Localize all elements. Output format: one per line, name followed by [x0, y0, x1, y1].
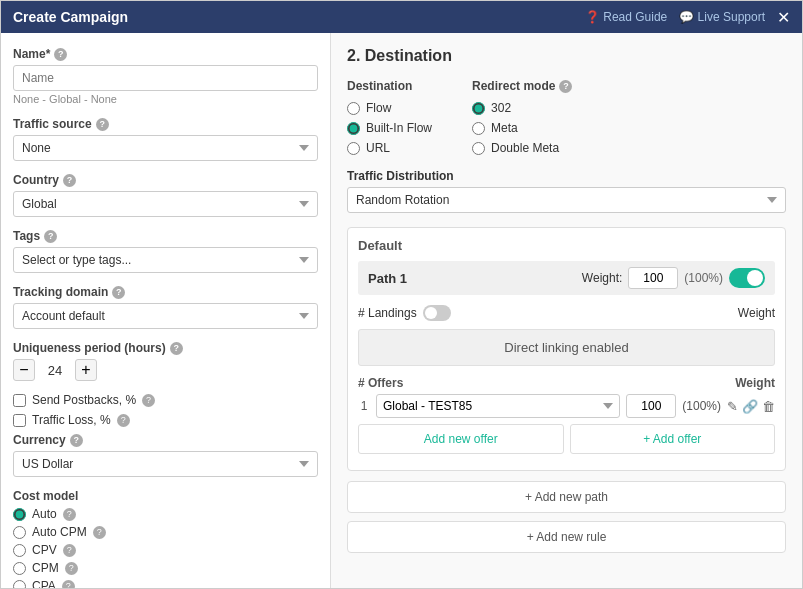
cost-model-cpv-radio[interactable] — [13, 544, 26, 557]
send-postbacks-label: Send Postbacks, % — [32, 393, 136, 407]
path-weight-input[interactable] — [628, 267, 678, 289]
close-button[interactable]: ✕ — [777, 8, 790, 27]
cost-model-cpm[interactable]: CPM ? — [13, 561, 318, 575]
cost-model-group: Cost model Auto ? Auto CPM ? CPV — [13, 489, 318, 588]
redirect-help-icon[interactable]: ? — [559, 80, 572, 93]
traffic-loss-row: Traffic Loss, % ? — [13, 413, 318, 427]
titlebar-actions: ❓ Read Guide 💬 Live Support ✕ — [585, 8, 790, 27]
traffic-loss-label: Traffic Loss, % — [32, 413, 111, 427]
tracking-domain-help-icon[interactable]: ? — [112, 286, 125, 299]
landings-label: # Landings — [358, 306, 417, 320]
landings-weight-label: Weight — [738, 306, 775, 320]
cost-model-cpm-radio[interactable] — [13, 562, 26, 575]
read-guide-link[interactable]: ❓ Read Guide — [585, 10, 667, 24]
titlebar: Create Campaign ❓ Read Guide 💬 Live Supp… — [1, 1, 802, 33]
redirect-meta-option[interactable]: Meta — [472, 121, 572, 135]
tracking-domain-select[interactable]: Account default — [13, 303, 318, 329]
traffic-loss-checkbox[interactable] — [13, 414, 26, 427]
offer-link-icon[interactable]: 🔗 — [742, 399, 758, 414]
offer-row: 1 Global - TEST85 (100%) ✎ 🔗 🗑 — [358, 394, 775, 418]
dest-flow-radio[interactable] — [347, 102, 360, 115]
destination-label: Destination — [347, 79, 432, 93]
traffic-distribution-group: Traffic Distribution Random Rotation — [347, 169, 786, 213]
offer-delete-icon[interactable]: 🗑 — [762, 399, 775, 414]
currency-label: Currency ? — [13, 433, 318, 447]
name-help-icon[interactable]: ? — [54, 48, 67, 61]
name-input[interactable] — [13, 65, 318, 91]
dest-builtin-radio[interactable] — [347, 122, 360, 135]
add-new-path-button[interactable]: + Add new path — [347, 481, 786, 513]
uniqueness-value: 24 — [43, 363, 67, 378]
send-postbacks-row: Send Postbacks, % ? — [13, 393, 318, 407]
currency-help-icon[interactable]: ? — [70, 434, 83, 447]
offers-header: # Offers Weight — [358, 374, 775, 394]
dest-builtin-option[interactable]: Built-In Flow — [347, 121, 432, 135]
redirect-col: Redirect mode ? 302 Meta Double Meta — [472, 79, 572, 155]
uniqueness-stepper: − 24 + — [13, 359, 318, 381]
traffic-source-select[interactable]: None — [13, 135, 318, 161]
traffic-loss-help-icon[interactable]: ? — [117, 414, 130, 427]
add-offer-button[interactable]: + Add offer — [570, 424, 776, 454]
cost-model-cpa[interactable]: CPA ? — [13, 579, 318, 588]
redirect-302-option[interactable]: 302 — [472, 101, 572, 115]
redirect-302-radio[interactable] — [472, 102, 485, 115]
tracking-domain-label: Tracking domain ? — [13, 285, 318, 299]
cost-model-auto-radio[interactable] — [13, 508, 26, 521]
send-postbacks-checkbox[interactable] — [13, 394, 26, 407]
main-content: Name* ? None - Global - None Traffic sou… — [1, 33, 802, 588]
send-postbacks-help-icon[interactable]: ? — [142, 394, 155, 407]
traffic-dist-select[interactable]: Random Rotation — [347, 187, 786, 213]
auto-help-icon[interactable]: ? — [63, 508, 76, 521]
name-label: Name* ? — [13, 47, 318, 61]
cost-model-cpv[interactable]: CPV ? — [13, 543, 318, 557]
tracking-domain-group: Tracking domain ? Account default — [13, 285, 318, 329]
landings-row: # Landings Weight — [358, 301, 775, 325]
path-toggle[interactable] — [729, 268, 765, 288]
offer-edit-icon[interactable]: ✎ — [727, 399, 738, 414]
add-new-offer-button[interactable]: Add new offer — [358, 424, 564, 454]
redirect-double-meta-option[interactable]: Double Meta — [472, 141, 572, 155]
redirect-meta-radio[interactable] — [472, 122, 485, 135]
tags-select[interactable]: Select or type tags... — [13, 247, 318, 273]
dest-flow-option[interactable]: Flow — [347, 101, 432, 115]
offer-weight-input[interactable] — [626, 394, 676, 418]
country-select[interactable]: Global — [13, 191, 318, 217]
path-weight-area: Weight: (100%) — [582, 267, 765, 289]
cost-model-options: Auto ? Auto CPM ? CPV ? — [13, 507, 318, 588]
uniqueness-label: Uniqueness period (hours) ? — [13, 341, 318, 355]
cpm-help-icon[interactable]: ? — [65, 562, 78, 575]
auto-cpm-help-icon[interactable]: ? — [93, 526, 106, 539]
currency-select[interactable]: US Dollar — [13, 451, 318, 477]
uniqueness-help-icon[interactable]: ? — [170, 342, 183, 355]
cost-model-auto[interactable]: Auto ? — [13, 507, 318, 521]
uniqueness-decrement-button[interactable]: − — [13, 359, 35, 381]
cpv-help-icon[interactable]: ? — [63, 544, 76, 557]
dest-url-option[interactable]: URL — [347, 141, 432, 155]
uniqueness-increment-button[interactable]: + — [75, 359, 97, 381]
direct-linking-box: Direct linking enabled — [358, 329, 775, 366]
country-help-icon[interactable]: ? — [63, 174, 76, 187]
redirect-double-meta-radio[interactable] — [472, 142, 485, 155]
cost-model-auto-cpm[interactable]: Auto CPM ? — [13, 525, 318, 539]
offer-select[interactable]: Global - TEST85 — [376, 394, 620, 418]
live-support-link[interactable]: 💬 Live Support — [679, 10, 765, 24]
country-group: Country ? Global — [13, 173, 318, 217]
cost-model-auto-cpm-radio[interactable] — [13, 526, 26, 539]
traffic-source-label: Traffic source ? — [13, 117, 318, 131]
dest-redirect-row: Destination Flow Built-In Flow URL — [347, 79, 786, 155]
path-row: Path 1 Weight: (100%) — [358, 261, 775, 295]
traffic-source-help-icon[interactable]: ? — [96, 118, 109, 131]
offers-num-label: # Offers — [358, 376, 403, 390]
cpa-help-icon[interactable]: ? — [62, 580, 75, 589]
cost-model-cpa-radio[interactable] — [13, 580, 26, 589]
traffic-dist-label: Traffic Distribution — [347, 169, 786, 183]
add-new-rule-button[interactable]: + Add new rule — [347, 521, 786, 553]
landings-toggle[interactable] — [423, 305, 451, 321]
dest-url-radio[interactable] — [347, 142, 360, 155]
offer-num: 1 — [358, 399, 370, 413]
traffic-source-group: Traffic source ? None — [13, 117, 318, 161]
tags-help-icon[interactable]: ? — [44, 230, 57, 243]
offer-pct: (100%) — [682, 399, 721, 413]
default-section: Default Path 1 Weight: (100%) # Landings — [347, 227, 786, 471]
left-panel: Name* ? None - Global - None Traffic sou… — [1, 33, 331, 588]
